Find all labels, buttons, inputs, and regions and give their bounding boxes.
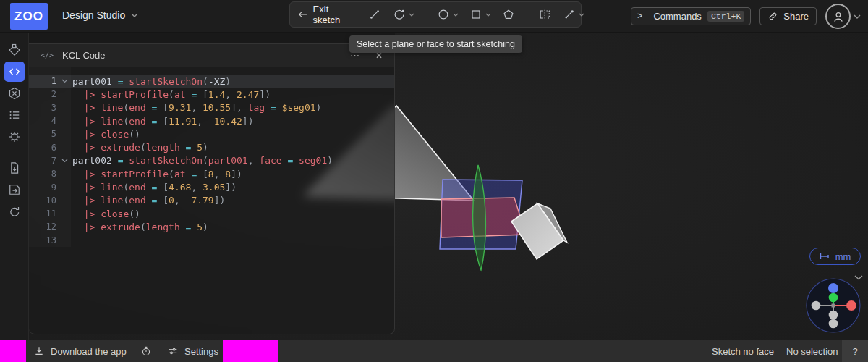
fold-chevron-icon[interactable] [56, 79, 72, 83]
avatar [825, 4, 851, 29]
kcl-code-panel: </> KCL Code ⋯ ✕ 1part001 = startSketchO… [29, 43, 395, 334]
code-line[interactable]: 3 |> line(end = [9.31, 10.55], tag = $se… [29, 101, 394, 114]
unit-label: mm [835, 251, 851, 262]
gizmo-z-axis-dot[interactable] [828, 283, 838, 293]
code-line-text: |> startProfile(at = [8, 8]) [72, 169, 242, 180]
download-app-button[interactable]: Download the app [33, 340, 127, 362]
fold-chevron-icon[interactable] [56, 159, 72, 163]
selection-status[interactable]: No selection [786, 340, 838, 362]
panel-title: KCL Code [62, 50, 106, 61]
sidebar-item-refresh[interactable] [4, 201, 25, 222]
mirror-tool-icon [537, 7, 552, 22]
app-header: ZOO Design Studio Exit sketch [0, 0, 868, 33]
sidebar-item-export-file[interactable] [4, 158, 25, 178]
code-line[interactable]: 11 |> close() [29, 207, 394, 220]
code-line-text: |> line(end = [11.91, -10.42]) [72, 116, 254, 127]
kcl-panel-header: </> KCL Code ⋯ ✕ [29, 44, 394, 67]
sidebar-item-variables[interactable] [4, 83, 25, 104]
rail-divider [0, 153, 29, 153]
chevron-down-icon [485, 13, 491, 17]
line-number: 7 [29, 156, 56, 166]
units-badge[interactable]: mm [809, 248, 861, 265]
line-number: 11 [29, 209, 56, 219]
timer-button[interactable] [140, 340, 152, 362]
status-bar: Download the app Settings Sketch no face… [0, 340, 868, 362]
code-line-text: |> extrude(length = 5) [72, 222, 208, 232]
gizmo-x-neg-dot[interactable] [812, 301, 821, 311]
circle-tool-icon [436, 7, 451, 22]
list-icon [7, 108, 22, 122]
file-download-icon [7, 161, 22, 175]
account-menu[interactable] [825, 4, 861, 29]
masked-block-center [223, 340, 278, 362]
commands-shortcut: Ctrl+K [707, 11, 744, 22]
left-icon-rail [0, 33, 29, 340]
line-number: 12 [29, 222, 56, 232]
polygon-tool-button[interactable] [498, 5, 519, 24]
sidebar-item-feature-tree[interactable] [4, 40, 25, 60]
code-line[interactable]: 4 |> line(end = [11.91, -10.42]) [29, 114, 394, 127]
zoo-logo[interactable]: ZOO [10, 3, 48, 30]
save-export-icon [7, 182, 22, 197]
code-line[interactable]: 6 |> extrude(length = 5) [29, 140, 394, 153]
code-line[interactable]: 13 [29, 234, 394, 247]
gizmo-y-neg-dot[interactable] [829, 311, 838, 320]
code-line[interactable]: 10 |> line(end = [0, -7.79]) [29, 194, 394, 207]
sidebar-item-kcl-code[interactable] [4, 62, 25, 82]
project-menu[interactable]: Design Studio [62, 9, 138, 21]
link-icon [767, 11, 778, 22]
code-line-text: |> line(end = [9.31, 10.55], tag = $seg0… [72, 102, 321, 113]
sliders-icon [167, 345, 179, 357]
sketch-hint-tooltip: Select a plane or face to start sketchin… [349, 35, 522, 53]
code-line[interactable]: 7part002 = startSketchOn(part001, face =… [29, 154, 394, 167]
project-name: Design Studio [62, 9, 125, 21]
code-line[interactable]: 2 |> startProfile(at = [1.4, 2.47]) [29, 88, 394, 101]
segment-tool-button[interactable] [559, 5, 587, 24]
arc-tool-button[interactable] [389, 5, 417, 24]
settings-button[interactable]: Settings [167, 340, 218, 362]
line-tool-button[interactable] [365, 5, 385, 24]
sidebar-item-save-export[interactable] [4, 180, 25, 200]
code-line[interactable]: 8 |> startProfile(at = [8, 8]) [29, 167, 394, 180]
rectangle-tool-icon [469, 7, 483, 22]
chevron-down-icon [409, 13, 414, 17]
terminal-prompt-icon: >_ [637, 12, 647, 22]
code-editor[interactable]: 1part001 = startSketchOn(-XZ)2 |> startP… [29, 67, 394, 247]
gizmo-y-axis-dot[interactable] [829, 293, 838, 303]
help-button[interactable]: ? [842, 340, 868, 362]
code-line[interactable]: 12 |> extrude(length = 5) [29, 220, 394, 233]
code-line-text: |> extrude(length = 5) [72, 142, 208, 153]
debug-icon [7, 130, 22, 144]
person-icon [831, 9, 846, 24]
line-number: 4 [29, 116, 56, 126]
share-button[interactable]: Share [760, 7, 817, 25]
header-right-controls: >_ Commands Ctrl+K Share [631, 0, 861, 33]
code-line-text: |> line(end = [0, -7.79]) [72, 195, 225, 206]
code-line[interactable]: 1part001 = startSketchOn(-XZ) [29, 75, 394, 88]
code-line-text: |> line(end = [4.68, 3.05]) [72, 182, 237, 193]
sketch-status-label: Sketch no face [712, 346, 774, 357]
length-unit-icon [820, 253, 831, 260]
polygon-tool-icon [501, 7, 516, 22]
code-line[interactable]: 9 |> line(end = [4.68, 3.05]) [29, 180, 394, 193]
sketch-status[interactable]: Sketch no face [712, 340, 774, 362]
code-line[interactable]: 5 |> close() [29, 127, 394, 140]
download-label: Download the app [51, 346, 127, 357]
chevron-down-icon [579, 13, 584, 17]
orientation-gizmo[interactable] [806, 278, 861, 333]
line-number: 5 [29, 129, 56, 139]
commands-button[interactable]: >_ Commands Ctrl+K [631, 7, 751, 25]
mirror-tool-button[interactable] [535, 5, 555, 24]
exit-sketch-button[interactable]: Exit sketch [297, 4, 349, 25]
sidebar-item-debug[interactable] [4, 127, 25, 147]
line-tool-icon [367, 7, 382, 22]
rectangle-tool-button[interactable] [466, 5, 494, 24]
gizmo-z-neg-dot[interactable] [829, 319, 838, 329]
sketch-toolbar: Exit sketch [289, 1, 582, 28]
line-number: 13 [29, 235, 56, 245]
sidebar-item-logs[interactable] [4, 105, 25, 125]
segment-tool-icon [562, 7, 576, 22]
gizmo-x-pos-dot[interactable] [846, 300, 856, 311]
circle-tool-button[interactable] [433, 5, 461, 24]
arc-tool-icon [392, 7, 407, 22]
